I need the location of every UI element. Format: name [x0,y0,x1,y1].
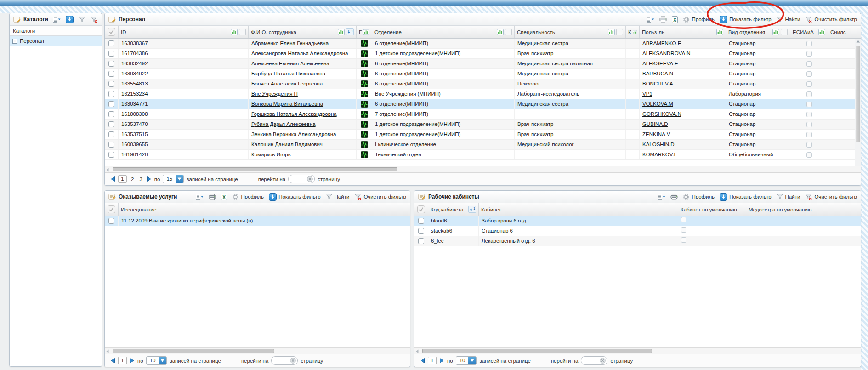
user-link[interactable]: GORSHKOVA.N [642,111,681,117]
prev-page-button[interactable] [420,358,425,364]
user-link[interactable]: VOLKOVA.M [642,101,673,107]
list-menu-button[interactable] [647,17,654,23]
horizontal-scrollbar-thumb[interactable] [113,349,274,353]
column-header-g[interactable]: Г [357,26,372,38]
combo-dropdown-icon[interactable] [159,357,166,364]
table-row[interactable]: 163032492 Алексеева Евгения Алексеевна 6… [105,59,861,69]
column-filter-box[interactable] [616,29,623,35]
row-checkbox[interactable] [108,218,114,224]
select-all-header[interactable] [105,203,119,216]
show-filter-button[interactable] [66,16,74,23]
next-page-button[interactable] [147,176,152,182]
next-page-button[interactable] [130,358,135,364]
find-button[interactable]: Найти [777,194,800,200]
print-button[interactable] [209,194,216,200]
esia-checkbox[interactable] [806,122,812,127]
export-excel-button[interactable]: X [221,194,227,200]
row-checkbox[interactable] [418,218,424,224]
column-header-dept-type[interactable]: Вид отделения [726,26,790,38]
column-filter-box[interactable] [505,29,512,35]
column-chart-icon[interactable] [608,29,615,35]
table-row[interactable]: 160039655 Калошин Даниил Вадимович I кли… [105,140,861,150]
default-cabinet-checkbox[interactable] [681,217,686,222]
column-header-snils[interactable]: Снилс [828,26,861,38]
vertical-scrollbar-thumb[interactable] [856,46,860,142]
column-chart-icon[interactable] [497,29,504,35]
user-link[interactable]: BONCHEV.A [642,81,673,86]
employee-link[interactable]: Вне Учреждения П [251,91,298,97]
row-checkbox[interactable] [108,71,114,77]
row-checkbox[interactable] [108,40,114,46]
user-link[interactable]: ABRAMENKO.E [642,40,681,46]
clear-filter-button[interactable]: Очистить фильтр [805,16,857,23]
horizontal-scrollbar-thumb[interactable] [422,349,652,353]
table-row[interactable]: 163034022 Барбуца Наталья Николаевна 6 о… [105,69,861,79]
row-checkbox[interactable] [108,101,114,107]
row-checkbox[interactable] [108,152,114,158]
row-checkbox[interactable] [108,131,114,137]
column-header-specialty[interactable]: Специальность [515,26,626,38]
ecg-icon[interactable] [361,101,368,108]
clear-input-icon[interactable] [290,358,296,364]
esia-checkbox[interactable] [806,51,812,57]
current-page[interactable]: 1 [118,175,127,183]
row-checkbox[interactable] [108,111,114,117]
prev-page-button[interactable] [110,176,115,182]
scroll-left-icon[interactable] [106,168,109,172]
select-all-header[interactable] [105,26,119,38]
user-link[interactable]: KALOSHIN.D [642,142,675,147]
table-row[interactable]: 11.12.2009 Взятие крови из периферическо… [105,216,410,226]
show-filter-button[interactable]: Показать фильтр [269,193,320,201]
ecg-icon[interactable] [361,60,368,67]
find-button[interactable] [79,16,85,23]
employee-link[interactable]: Комарков Игорь [251,152,291,157]
horizontal-scrollbar[interactable] [105,166,861,172]
scroll-up-icon[interactable] [856,40,860,43]
column-chart-icon[interactable] [772,29,779,35]
find-button[interactable]: Найти [777,16,800,23]
column-chart-icon[interactable] [633,29,637,35]
ecg-icon[interactable] [361,50,368,57]
employee-link[interactable]: Калошин Даниил Вадимович [251,142,323,147]
employee-link[interactable]: Волкова Марина Витальевна [251,101,323,107]
column-chart-icon[interactable] [231,29,238,35]
table-row[interactable]: 162153234 Вне Учреждения П Вне Учреждени… [105,89,861,99]
employee-link[interactable]: Барбуца Наталья Николаевна [251,71,325,76]
esia-checkbox[interactable] [806,61,812,67]
table-row[interactable]: 161808308 Горшкова Наталья Алескандровна… [105,109,861,120]
prev-page-button[interactable] [110,358,115,364]
column-header-default-cabinet[interactable]: Кабинет по умолчанию [678,203,746,216]
ecg-icon[interactable] [361,141,368,148]
esia-checkbox[interactable] [806,142,812,148]
column-header-default-nurse[interactable]: Медсестра по умолчанию [746,203,861,216]
row-checkbox[interactable] [418,228,424,234]
page-link[interactable]: 2 [130,176,135,182]
ecg-icon[interactable] [361,131,368,138]
page-link[interactable]: 3 [138,176,143,182]
column-header-code[interactable]: Код кабинета1 [428,203,479,216]
column-chart-icon[interactable] [338,29,345,35]
esia-checkbox[interactable] [806,81,812,87]
list-menu-button[interactable] [658,194,665,200]
profile-button[interactable]: Профиль [683,16,715,23]
esia-checkbox[interactable] [806,112,812,117]
table-row[interactable]: 163038367 Абраменко Елена Геннадьевна 6 … [105,39,861,49]
row-checkbox[interactable] [108,51,114,57]
goto-page-input[interactable] [581,356,607,365]
ecg-icon[interactable] [361,70,368,77]
default-cabinet-checkbox[interactable] [681,227,686,233]
employee-link[interactable]: Губина Дарья Алексеевна [251,121,316,127]
column-header-fio[interactable]: Ф.И.О. сотрудника1 [249,26,357,38]
clear-filter-button[interactable] [91,16,98,23]
employee-link[interactable]: Абраменко Елена Геннадьевна [251,40,329,46]
user-link[interactable]: BARBUCA.N [642,71,673,76]
per-page-select[interactable]: 10 [456,356,477,365]
column-filter-box[interactable] [239,29,246,35]
ecg-icon[interactable] [361,111,368,118]
sort-ascending-icon[interactable]: 1 [346,28,354,35]
horizontal-scrollbar-thumb[interactable] [113,167,397,171]
row-checkbox[interactable] [418,238,424,244]
scroll-left-icon[interactable] [416,349,419,353]
row-checkbox[interactable] [108,81,114,87]
clear-filter-button[interactable]: Очистить фильтр [354,194,406,200]
